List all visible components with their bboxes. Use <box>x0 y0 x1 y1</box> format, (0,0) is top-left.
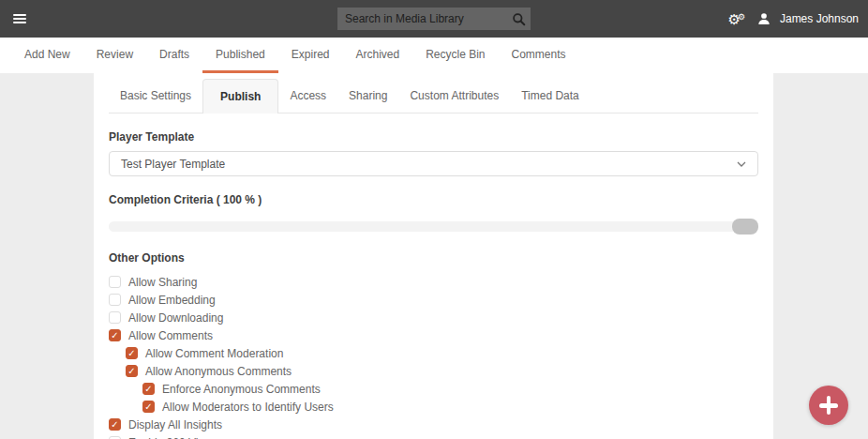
checkbox-label[interactable]: Allow Anonymous Comments <box>145 365 292 378</box>
tab-comments[interactable]: Comments <box>499 38 579 73</box>
tab-review[interactable]: Review <box>83 38 146 73</box>
checkbox-label[interactable]: Allow Moderators to Identify Users <box>162 401 334 414</box>
checkbox-label[interactable]: Allow Comments <box>128 329 213 342</box>
completion-criteria-label: Completion Criteria ( 100 % ) <box>109 193 758 206</box>
subtab-access[interactable]: Access <box>278 79 337 113</box>
search-box <box>337 8 531 30</box>
unchecked-checkbox-allow-sharing[interactable] <box>109 276 121 288</box>
sub-tabs: Basic SettingsPublishAccessSharingCustom… <box>109 73 758 114</box>
slider-handle[interactable] <box>732 219 758 235</box>
checkbox-label[interactable]: Allow Sharing <box>128 276 197 289</box>
slider-track[interactable] <box>109 221 758 232</box>
unchecked-checkbox-allow-downloading[interactable] <box>109 311 121 324</box>
checkbox-label[interactable]: Enable 360 View <box>128 436 213 439</box>
subtab-publish[interactable]: Publish <box>202 79 278 114</box>
checkbox-row: ✓Display All Insights <box>109 416 758 433</box>
top-bar: ⚙⚙ James Johnson <box>0 0 868 38</box>
user-name[interactable]: James Johnson <box>780 12 859 25</box>
subtab-basic-settings[interactable]: Basic Settings <box>109 79 202 113</box>
checkbox-label[interactable]: Enforce Anonymous Comments <box>162 383 321 396</box>
add-new-fab-button[interactable] <box>809 386 848 425</box>
checkbox-row: Allow Downloading <box>109 309 758 326</box>
tab-add-new[interactable]: Add New <box>11 38 83 73</box>
main-tabs: Add NewReviewDraftsPublishedExpiredArchi… <box>0 38 868 73</box>
menu-icon[interactable] <box>13 12 26 25</box>
completion-criteria-slider[interactable] <box>109 219 758 235</box>
checked-checkbox-allow-comments[interactable]: ✓ <box>109 329 121 341</box>
player-template-value: Test Player Template <box>121 158 225 171</box>
checkbox-row: ✓Allow Anonymous Comments <box>109 362 758 380</box>
checked-checkbox-allow-comment-moderation[interactable]: ✓ <box>126 347 138 359</box>
other-options-label: Other Options <box>109 251 758 265</box>
checked-checkbox-allow-moderators-to-identify-users[interactable]: ✓ <box>142 401 155 413</box>
tab-expired[interactable]: Expired <box>278 38 343 73</box>
checkbox-label[interactable]: Allow Comment Moderation <box>145 347 283 360</box>
checked-checkbox-allow-anonymous-comments[interactable]: ✓ <box>126 365 138 377</box>
checkbox-row: Enable 360 View <box>109 433 758 439</box>
subtab-timed-data[interactable]: Timed Data <box>510 79 591 113</box>
unchecked-checkbox-allow-embedding[interactable] <box>109 294 121 306</box>
subtab-custom-attributes[interactable]: Custom Attributes <box>398 79 510 113</box>
search-input[interactable] <box>337 12 506 25</box>
checkbox-list: Allow SharingAllow EmbeddingAllow Downlo… <box>109 273 758 439</box>
checkbox-label[interactable]: Allow Downloading <box>128 311 223 325</box>
checkbox-row: Allow Sharing <box>109 273 758 291</box>
checkbox-label[interactable]: Allow Embedding <box>128 294 216 307</box>
checkbox-row: ✓Allow Moderators to Identify Users <box>109 398 758 416</box>
tab-drafts[interactable]: Drafts <box>146 38 202 73</box>
player-template-select[interactable]: Test Player Template <box>109 151 758 176</box>
checkbox-row: ✓Allow Comment Moderation <box>109 344 758 362</box>
tab-published[interactable]: Published <box>202 38 278 73</box>
checkbox-label[interactable]: Display All Insights <box>128 418 222 431</box>
content-background: Basic SettingsPublishAccessSharingCustom… <box>0 73 868 439</box>
tab-recycle-bin[interactable]: Recycle Bin <box>412 38 498 73</box>
checkbox-row: Allow Embedding <box>109 291 758 309</box>
settings-gears-icon[interactable]: ⚙⚙ <box>727 12 748 26</box>
player-template-label: Player Template <box>109 130 758 144</box>
plus-icon <box>827 396 831 415</box>
user-icon <box>756 11 771 26</box>
tab-archived[interactable]: Archived <box>342 38 412 73</box>
subtab-sharing[interactable]: Sharing <box>337 79 398 113</box>
user-area: ⚙⚙ James Johnson <box>727 0 859 38</box>
checkbox-row: ✓Enforce Anonymous Comments <box>109 380 758 398</box>
checkbox-row: ✓Allow Comments <box>109 326 758 344</box>
checked-checkbox-display-all-insights[interactable]: ✓ <box>109 418 121 431</box>
checked-checkbox-enforce-anonymous-comments[interactable]: ✓ <box>142 383 155 395</box>
content-panel: Basic SettingsPublishAccessSharingCustom… <box>94 73 773 439</box>
chevron-down-icon <box>737 161 746 167</box>
search-icon[interactable] <box>506 12 531 26</box>
